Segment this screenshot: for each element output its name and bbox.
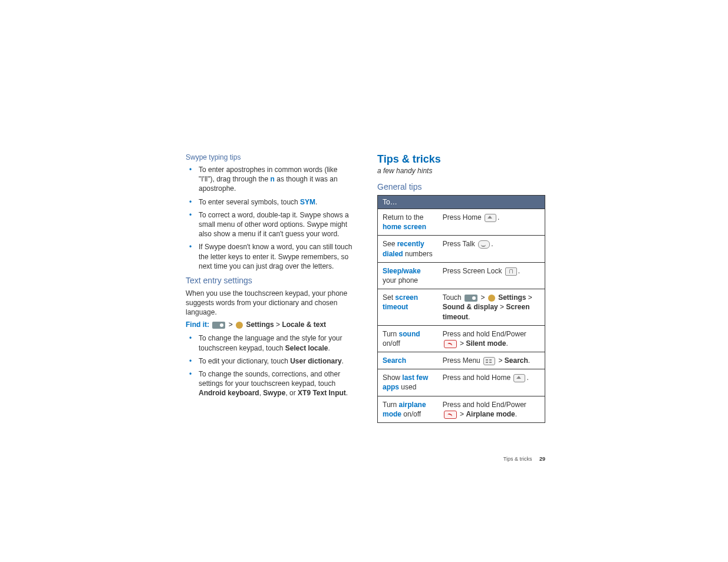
row-link: airplane mode (383, 401, 426, 418)
table-row: Return to the home screenPress Home . (378, 209, 545, 236)
text: , or (285, 389, 298, 397)
swype-name: Swype (263, 389, 285, 397)
table-row: SearchPress Menu > Search. (378, 352, 545, 369)
row-link: sound (399, 330, 420, 338)
settings-text: Settings (246, 320, 274, 329)
text: . (346, 389, 348, 397)
gt: > (229, 320, 233, 329)
settings-bullet-2: To edit your dictionary, touch User dict… (194, 356, 354, 366)
launcher-icon (212, 322, 225, 329)
text: . (342, 357, 344, 365)
text: To edit your dictionary, touch (199, 357, 290, 365)
swype-bullet-1: To enter apostrophes in common words (li… (194, 165, 354, 194)
text-entry-heading: Text entry settings (186, 276, 354, 285)
page-content: Swype typing tips To enter apostrophes i… (0, 0, 728, 423)
row-left: Set screen timeout (378, 289, 438, 326)
row-left: Search (378, 352, 438, 369)
row-link: screen timeout (383, 293, 418, 311)
power-icon (444, 340, 457, 348)
table-row: Set screen timeoutTouch > Settings > Sou… (378, 289, 545, 326)
row-link: Search (383, 356, 406, 365)
gear-icon (488, 295, 495, 302)
row-right: Press and hold Home . (438, 369, 545, 396)
right-column: Tips & tricks a few handy hints General … (377, 153, 545, 423)
n-highlight: n (271, 175, 275, 183)
xt9-name: XT9 Text Input (298, 389, 346, 397)
sym-highlight: SYM (300, 198, 315, 206)
row-link: home screen (383, 223, 426, 231)
settings-bullet-list: To change the language and the style for… (186, 333, 354, 398)
row-right: Press and hold End/Power > Airplane mode… (438, 396, 545, 422)
text: . (315, 198, 317, 206)
text: . (328, 344, 330, 352)
home-icon (485, 214, 496, 222)
row-link: last few apps (383, 373, 428, 391)
menu-icon (483, 357, 495, 365)
footer-section: Tips & tricks (503, 456, 532, 462)
swype-bullet-2: To enter several symbols, touch SYM. (194, 197, 354, 207)
row-right: Touch > Settings > Sound & display > Scr… (438, 289, 545, 326)
find-it-line: Find it: > Settings > Locale & text (186, 320, 354, 329)
page-footer: Tips & tricks 29 (503, 456, 545, 462)
gt: > (276, 320, 280, 329)
row-left: Return to the home screen (378, 209, 438, 236)
section-subtitle: a few handy hints (377, 167, 545, 175)
row-right: Press Menu > Search. (438, 352, 545, 369)
select-locale: Select locale (285, 344, 328, 352)
row-right: Press Home . (438, 209, 545, 236)
row-right: Press Screen Lock . (438, 262, 545, 289)
table-row: See recently dialed numbersPress Talk . (378, 236, 545, 262)
user-dictionary: User dictionary (290, 357, 341, 365)
table-row: Turn sound on/offPress and hold End/Powe… (378, 325, 545, 352)
swype-bullet-list: To enter apostrophes in common words (li… (186, 165, 354, 271)
text-entry-paragraph: When you use the touchscreen keypad, you… (186, 289, 354, 318)
tips-table: To… Return to the home screenPress Home … (377, 195, 545, 423)
swype-bullet-3: To correct a word, double-tap it. Swype … (194, 210, 354, 239)
row-left: Sleep/wake your phone (378, 262, 438, 289)
table-row: Show last few apps usedPress and hold Ho… (378, 369, 545, 396)
row-left: See recently dialed numbers (378, 236, 438, 262)
row-link: recently dialed (383, 240, 424, 257)
swype-bullet-4: If Swype doesn't know a word, you can st… (194, 242, 354, 271)
row-right: Press and hold End/Power > Silent mode. (438, 325, 545, 352)
table-header: To… (378, 196, 545, 209)
gear-icon (236, 322, 243, 329)
swype-heading: Swype typing tips (186, 153, 354, 161)
row-right: Press Talk . (438, 236, 545, 262)
general-tips-heading: General tips (377, 182, 545, 191)
android-keyboard: Android keyboard (199, 389, 259, 397)
lock-icon (505, 267, 517, 276)
locale-text: Locale & text (282, 320, 326, 329)
power-icon (444, 411, 457, 419)
table-row: Turn airplane mode on/offPress and hold … (378, 396, 545, 422)
row-link: Sleep/wake (383, 267, 421, 275)
launcher-icon (465, 295, 477, 302)
talk-icon (478, 240, 490, 249)
text: To change the sounds, corrections, and o… (199, 370, 340, 388)
settings-bullet-1: To change the language and the style for… (194, 333, 354, 352)
home-icon (513, 374, 525, 382)
settings-bullet-3: To change the sounds, corrections, and o… (194, 369, 354, 398)
page-number: 29 (539, 456, 545, 462)
section-title: Tips & tricks (377, 153, 545, 166)
find-it-label: Find it: (186, 320, 209, 329)
row-left: Turn airplane mode on/off (378, 396, 438, 422)
text: To enter several symbols, touch (199, 198, 300, 206)
left-column: Swype typing tips To enter apostrophes i… (186, 153, 354, 423)
row-left: Show last few apps used (378, 369, 438, 396)
row-left: Turn sound on/off (378, 325, 438, 352)
table-row: Sleep/wake your phonePress Screen Lock . (378, 262, 545, 289)
